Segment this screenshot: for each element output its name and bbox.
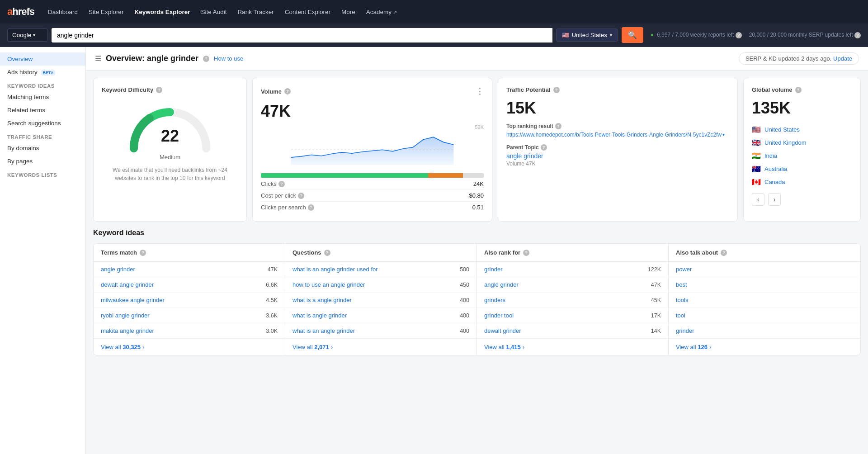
ideas-col-1: Questions?what is an angle grinder used … — [285, 244, 477, 355]
ideas-col-header-3: Also talk about? — [669, 244, 860, 262]
green-bar — [261, 173, 428, 178]
ideas-link-1-1[interactable]: how to use an angle grinder — [292, 281, 365, 288]
ideas-count-1-1: 450 — [460, 282, 469, 288]
ideas-link-0-1[interactable]: dewalt angle grinder — [101, 281, 154, 288]
ideas-link-1-2[interactable]: what is a angle grinder — [292, 297, 352, 303]
ads-history-label: Ads history — [7, 69, 38, 76]
view-all-2[interactable]: View all 1,415› — [477, 339, 668, 355]
ideas-link-0-2[interactable]: milwaukee angle grinder — [101, 297, 165, 303]
ideas-row-0-2: milwaukee angle grinder4.5K — [94, 293, 285, 308]
country-flag-0: 🇺🇸 — [752, 125, 761, 134]
ideas-link-0-3[interactable]: ryobi angle grinder — [101, 312, 150, 319]
view-all-0[interactable]: View all 30,325› — [94, 339, 285, 355]
nav-rank-tracker[interactable]: Rank Tracker — [233, 6, 278, 18]
search-input-wrapper — [52, 28, 552, 43]
traffic-help-icon[interactable]: ? — [553, 87, 560, 93]
ideas-link-2-1[interactable]: angle grinder — [484, 281, 519, 288]
volume-help-icon[interactable]: ? — [284, 88, 291, 95]
view-all-count-0: 30,325 — [123, 344, 141, 350]
kd-help-icon[interactable]: ? — [156, 87, 162, 93]
global-help-icon[interactable]: ? — [795, 87, 802, 93]
sidebar-item-matching-terms[interactable]: Matching terms — [0, 90, 85, 104]
orange-bar — [428, 173, 463, 178]
col-help-icon-0[interactable]: ? — [140, 250, 146, 256]
ideas-row-0-0: angle grinder47K — [94, 262, 285, 277]
cpc-metric: Cost per click ? $0.80 — [261, 189, 484, 201]
how-to-use-link[interactable]: How to use — [214, 55, 243, 62]
ideas-link-3-4[interactable]: grinder — [676, 327, 694, 334]
ideas-link-2-0[interactable]: grinder — [484, 266, 502, 273]
hamburger-icon[interactable]: ☰ — [95, 54, 101, 63]
volume-card-title: Volume ? ⋮ — [261, 86, 484, 96]
sidebar-item-search-suggestions[interactable]: Search suggestions — [0, 117, 85, 130]
ideas-link-1-4[interactable]: what is an angle grinder — [292, 327, 355, 334]
next-arrow[interactable]: › — [768, 193, 781, 206]
ideas-row-1-2: what is a angle grinder400 — [285, 293, 476, 308]
clicks-help-icon[interactable]: ? — [278, 181, 285, 187]
help-circle-icon[interactable]: ? — [203, 56, 209, 62]
country-name-4[interactable]: Canada — [764, 179, 852, 185]
nav-academy[interactable]: Academy — [362, 6, 401, 18]
ideas-count-0-1: 6.6K — [266, 282, 278, 288]
quota-monthly-help[interactable]: ? — [854, 32, 861, 38]
engine-label: Google — [12, 32, 31, 38]
ideas-row-1-1: how to use an angle grinder450 — [285, 277, 476, 293]
view-all-1[interactable]: View all 2,071› — [285, 339, 476, 355]
view-all-count-3: 126 — [698, 344, 708, 350]
nav-dashboard[interactable]: Dashboard — [43, 6, 82, 18]
parent-topic-link[interactable]: angle grinder — [506, 152, 729, 160]
volume-menu-icon[interactable]: ⋮ — [476, 86, 484, 96]
nav-site-audit[interactable]: Site Audit — [196, 6, 231, 18]
ideas-link-3-2[interactable]: tools — [676, 297, 688, 303]
country-row-0: 🇺🇸United States — [752, 123, 852, 136]
col-help-icon-3[interactable]: ? — [721, 250, 727, 256]
nav-keywords-explorer[interactable]: Keywords Explorer — [130, 6, 194, 18]
ideas-link-0-0[interactable]: angle grinder — [101, 266, 135, 273]
nav-site-explorer[interactable]: Site Explorer — [84, 6, 128, 18]
prev-arrow[interactable]: ‹ — [752, 193, 764, 206]
ideas-link-2-4[interactable]: dewalt grinder — [484, 327, 521, 334]
country-name-1[interactable]: United Kingdom — [764, 139, 852, 146]
country-name-3[interactable]: Australia — [764, 166, 852, 172]
cards-row: Keyword Difficulty ? 22 Medium — [86, 71, 868, 229]
update-link[interactable]: Update — [833, 55, 852, 62]
ranking-url[interactable]: https://www.homedepot.com/b/Tools-Power-… — [506, 131, 729, 139]
parent-topic-help-icon[interactable]: ? — [541, 144, 547, 151]
ideas-link-2-2[interactable]: grinders — [484, 297, 505, 303]
cps-help-icon[interactable]: ? — [308, 204, 314, 211]
cpc-help-icon[interactable]: ? — [298, 193, 304, 199]
beta-badge: BETA — [41, 70, 56, 76]
ideas-link-3-0[interactable]: power — [676, 266, 692, 273]
kd-card: Keyword Difficulty ? 22 Medium — [93, 78, 247, 222]
ideas-link-0-4[interactable]: makita angle grinder — [101, 327, 154, 334]
search-engine-select[interactable]: Google ▾ — [7, 28, 48, 42]
view-all-3[interactable]: View all 126› — [669, 339, 860, 355]
quota-weekly-help[interactable]: ? — [736, 32, 742, 38]
ideas-link-3-3[interactable]: tool — [676, 312, 685, 319]
top-ranking-help-icon[interactable]: ? — [555, 123, 561, 129]
clicks-label: Clicks ? — [261, 180, 285, 187]
ideas-link-1-0[interactable]: what is an angle grinder used for — [292, 266, 378, 273]
ideas-link-3-1[interactable]: best — [676, 281, 687, 288]
ideas-col-header-0: Terms match? — [94, 244, 285, 262]
country-name-2[interactable]: India — [764, 152, 852, 159]
ideas-link-2-3[interactable]: grinder tool — [484, 312, 514, 319]
search-input[interactable] — [52, 28, 552, 43]
ideas-link-1-3[interactable]: what is angle grinder — [292, 312, 347, 319]
country-name-0[interactable]: United States — [764, 126, 852, 133]
sidebar-item-ads-history[interactable]: Ads history BETA — [0, 66, 85, 79]
col-help-icon-2[interactable]: ? — [523, 250, 529, 256]
sidebar-item-by-pages[interactable]: By pages — [0, 155, 85, 168]
search-button[interactable]: 🔍 — [622, 27, 643, 43]
sidebar-item-overview[interactable]: Overview — [0, 52, 85, 66]
country-selector[interactable]: 🇺🇸 United States ▾ — [556, 28, 618, 42]
keyword-ideas-grid: Terms match?angle grinder47Kdewalt angle… — [93, 243, 861, 355]
col-help-icon-1[interactable]: ? — [324, 250, 330, 256]
sidebar-item-related-terms[interactable]: Related terms — [0, 104, 85, 117]
nav-more[interactable]: More — [337, 6, 360, 18]
cpc-value: $0.80 — [469, 192, 484, 199]
sidebar-item-by-domains[interactable]: By domains — [0, 142, 85, 155]
country-row-4: 🇨🇦Canada — [752, 175, 852, 189]
nav-content-explorer[interactable]: Content Explorer — [280, 6, 335, 18]
logo[interactable]: ahrefs — [7, 6, 34, 18]
